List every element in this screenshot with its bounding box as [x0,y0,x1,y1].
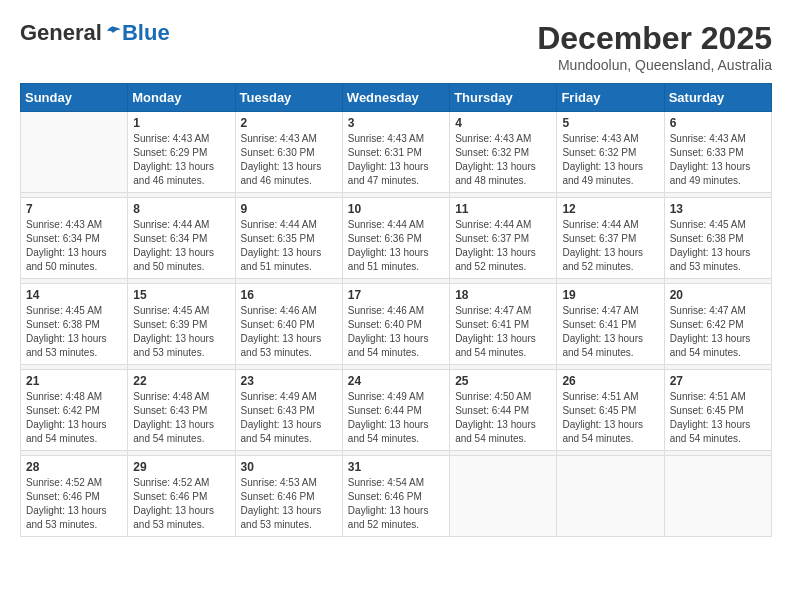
calendar-cell: 3Sunrise: 4:43 AMSunset: 6:31 PMDaylight… [342,112,449,193]
day-info: Sunrise: 4:52 AMSunset: 6:46 PMDaylight:… [26,476,122,532]
day-info: Sunrise: 4:53 AMSunset: 6:46 PMDaylight:… [241,476,337,532]
calendar-week-row: 1Sunrise: 4:43 AMSunset: 6:29 PMDaylight… [21,112,772,193]
calendar-cell: 20Sunrise: 4:47 AMSunset: 6:42 PMDayligh… [664,284,771,365]
day-info: Sunrise: 4:47 AMSunset: 6:42 PMDaylight:… [670,304,766,360]
logo-blue-text: Blue [122,20,170,46]
calendar-cell: 25Sunrise: 4:50 AMSunset: 6:44 PMDayligh… [450,370,557,451]
day-number: 28 [26,460,122,474]
calendar-cell: 16Sunrise: 4:46 AMSunset: 6:40 PMDayligh… [235,284,342,365]
calendar-cell [557,456,664,537]
calendar-cell: 15Sunrise: 4:45 AMSunset: 6:39 PMDayligh… [128,284,235,365]
calendar-cell: 4Sunrise: 4:43 AMSunset: 6:32 PMDaylight… [450,112,557,193]
day-info: Sunrise: 4:46 AMSunset: 6:40 PMDaylight:… [241,304,337,360]
day-info: Sunrise: 4:46 AMSunset: 6:40 PMDaylight:… [348,304,444,360]
day-number: 5 [562,116,658,130]
day-info: Sunrise: 4:43 AMSunset: 6:31 PMDaylight:… [348,132,444,188]
day-info: Sunrise: 4:44 AMSunset: 6:34 PMDaylight:… [133,218,229,274]
location-text: Mundoolun, Queensland, Australia [537,57,772,73]
day-info: Sunrise: 4:43 AMSunset: 6:33 PMDaylight:… [670,132,766,188]
day-number: 8 [133,202,229,216]
day-number: 30 [241,460,337,474]
day-info: Sunrise: 4:51 AMSunset: 6:45 PMDaylight:… [670,390,766,446]
day-number: 7 [26,202,122,216]
day-number: 17 [348,288,444,302]
calendar-cell: 28Sunrise: 4:52 AMSunset: 6:46 PMDayligh… [21,456,128,537]
day-info: Sunrise: 4:43 AMSunset: 6:32 PMDaylight:… [562,132,658,188]
calendar-cell: 7Sunrise: 4:43 AMSunset: 6:34 PMDaylight… [21,198,128,279]
day-info: Sunrise: 4:44 AMSunset: 6:35 PMDaylight:… [241,218,337,274]
day-number: 6 [670,116,766,130]
day-number: 16 [241,288,337,302]
calendar-week-row: 28Sunrise: 4:52 AMSunset: 6:46 PMDayligh… [21,456,772,537]
weekday-header-monday: Monday [128,84,235,112]
day-number: 26 [562,374,658,388]
day-number: 2 [241,116,337,130]
day-number: 22 [133,374,229,388]
weekday-header-wednesday: Wednesday [342,84,449,112]
weekday-header-tuesday: Tuesday [235,84,342,112]
day-info: Sunrise: 4:48 AMSunset: 6:42 PMDaylight:… [26,390,122,446]
day-info: Sunrise: 4:44 AMSunset: 6:36 PMDaylight:… [348,218,444,274]
day-info: Sunrise: 4:49 AMSunset: 6:44 PMDaylight:… [348,390,444,446]
logo: General Blue [20,20,170,46]
calendar-cell: 21Sunrise: 4:48 AMSunset: 6:42 PMDayligh… [21,370,128,451]
day-number: 23 [241,374,337,388]
logo-bird-icon [104,24,122,42]
day-info: Sunrise: 4:47 AMSunset: 6:41 PMDaylight:… [562,304,658,360]
day-number: 19 [562,288,658,302]
calendar-cell [664,456,771,537]
day-number: 9 [241,202,337,216]
day-info: Sunrise: 4:45 AMSunset: 6:39 PMDaylight:… [133,304,229,360]
calendar-cell: 29Sunrise: 4:52 AMSunset: 6:46 PMDayligh… [128,456,235,537]
day-info: Sunrise: 4:43 AMSunset: 6:30 PMDaylight:… [241,132,337,188]
day-number: 15 [133,288,229,302]
calendar-week-row: 7Sunrise: 4:43 AMSunset: 6:34 PMDaylight… [21,198,772,279]
day-info: Sunrise: 4:44 AMSunset: 6:37 PMDaylight:… [562,218,658,274]
weekday-header-saturday: Saturday [664,84,771,112]
day-number: 31 [348,460,444,474]
calendar-week-row: 21Sunrise: 4:48 AMSunset: 6:42 PMDayligh… [21,370,772,451]
calendar-week-row: 14Sunrise: 4:45 AMSunset: 6:38 PMDayligh… [21,284,772,365]
day-number: 12 [562,202,658,216]
day-info: Sunrise: 4:52 AMSunset: 6:46 PMDaylight:… [133,476,229,532]
calendar-cell: 1Sunrise: 4:43 AMSunset: 6:29 PMDaylight… [128,112,235,193]
weekday-header-thursday: Thursday [450,84,557,112]
day-number: 24 [348,374,444,388]
day-number: 10 [348,202,444,216]
calendar-cell: 18Sunrise: 4:47 AMSunset: 6:41 PMDayligh… [450,284,557,365]
logo-general-text: General [20,20,102,46]
day-number: 25 [455,374,551,388]
calendar-cell: 5Sunrise: 4:43 AMSunset: 6:32 PMDaylight… [557,112,664,193]
day-info: Sunrise: 4:54 AMSunset: 6:46 PMDaylight:… [348,476,444,532]
calendar-cell: 22Sunrise: 4:48 AMSunset: 6:43 PMDayligh… [128,370,235,451]
calendar-cell: 26Sunrise: 4:51 AMSunset: 6:45 PMDayligh… [557,370,664,451]
month-title: December 2025 [537,20,772,57]
calendar-cell [21,112,128,193]
day-number: 13 [670,202,766,216]
day-info: Sunrise: 4:47 AMSunset: 6:41 PMDaylight:… [455,304,551,360]
calendar-cell: 30Sunrise: 4:53 AMSunset: 6:46 PMDayligh… [235,456,342,537]
calendar-cell: 9Sunrise: 4:44 AMSunset: 6:35 PMDaylight… [235,198,342,279]
day-info: Sunrise: 4:45 AMSunset: 6:38 PMDaylight:… [26,304,122,360]
day-info: Sunrise: 4:50 AMSunset: 6:44 PMDaylight:… [455,390,551,446]
calendar-cell: 8Sunrise: 4:44 AMSunset: 6:34 PMDaylight… [128,198,235,279]
day-info: Sunrise: 4:45 AMSunset: 6:38 PMDaylight:… [670,218,766,274]
calendar-header-row: SundayMondayTuesdayWednesdayThursdayFrid… [21,84,772,112]
day-number: 29 [133,460,229,474]
calendar-cell: 27Sunrise: 4:51 AMSunset: 6:45 PMDayligh… [664,370,771,451]
page-header: General Blue December 2025 Mundoolun, Qu… [20,20,772,73]
day-number: 1 [133,116,229,130]
calendar-cell: 6Sunrise: 4:43 AMSunset: 6:33 PMDaylight… [664,112,771,193]
day-info: Sunrise: 4:43 AMSunset: 6:29 PMDaylight:… [133,132,229,188]
calendar-table: SundayMondayTuesdayWednesdayThursdayFrid… [20,83,772,537]
calendar-cell: 11Sunrise: 4:44 AMSunset: 6:37 PMDayligh… [450,198,557,279]
calendar-cell: 31Sunrise: 4:54 AMSunset: 6:46 PMDayligh… [342,456,449,537]
calendar-cell: 12Sunrise: 4:44 AMSunset: 6:37 PMDayligh… [557,198,664,279]
day-info: Sunrise: 4:43 AMSunset: 6:32 PMDaylight:… [455,132,551,188]
day-info: Sunrise: 4:43 AMSunset: 6:34 PMDaylight:… [26,218,122,274]
day-number: 11 [455,202,551,216]
title-section: December 2025 Mundoolun, Queensland, Aus… [537,20,772,73]
calendar-cell [450,456,557,537]
day-info: Sunrise: 4:51 AMSunset: 6:45 PMDaylight:… [562,390,658,446]
day-number: 18 [455,288,551,302]
